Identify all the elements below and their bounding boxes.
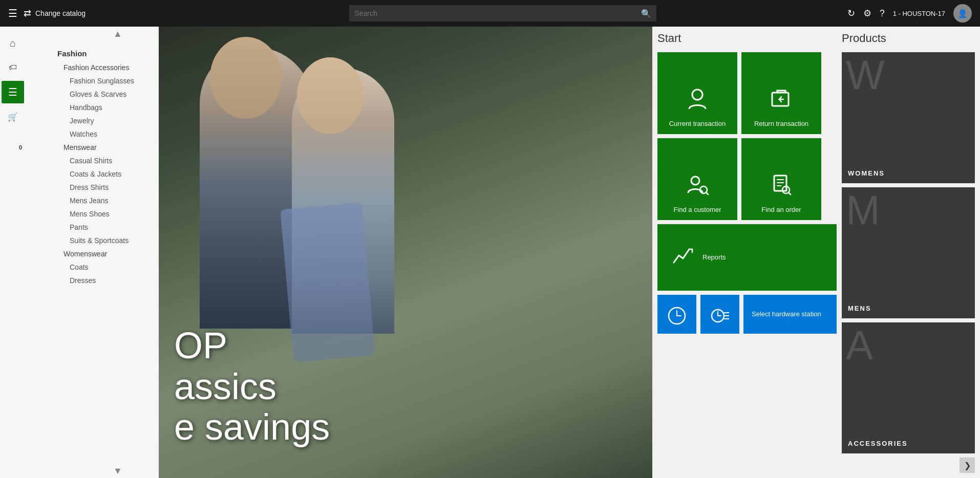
find-order-icon [769,172,794,202]
right-panel: Start Current transaction [652,27,980,478]
time-clock-icon [667,306,687,328]
reports-icon [670,243,694,272]
time-list-tile[interactable] [700,295,739,334]
promo-image-area: OP assics e savings [159,27,652,478]
change-catalog-icon: ⇄ [24,8,31,19]
sidebar-item-home[interactable]: ⌂ [2,32,24,54]
bottom-tiles-row: Select hardware station [657,295,837,334]
coats-item[interactable]: Coats [51,260,159,274]
search-input[interactable] [354,9,641,17]
promo-text-line3: e savings [174,407,330,447]
products-next-button[interactable]: ❯ [960,458,975,473]
customer-order-tiles-row: Find a customer [657,138,837,220]
time-list-icon [710,306,730,328]
womens-label: WOMENS [848,169,885,177]
find-order-label: Find an order [761,206,801,214]
scroll-down-button[interactable]: ▼ [51,464,159,478]
dress-shirts-item[interactable]: Dress Shirts [51,181,159,194]
search-box: 🔍 [349,5,656,21]
store-info: 1 - HOUSTON-17 [893,10,945,17]
sidebar: ⌂ 🏷 ☰ 🛒 0 ▲ Fashion Fashion Accessories … [0,27,159,478]
find-customer-label: Find a customer [673,206,721,214]
sidebar-icons: ⌂ 🏷 ☰ 🛒 0 [0,27,26,478]
promo-text-line2: assics [174,366,330,407]
top-bar: ☰ ⇄ Change catalog 🔍 ↻ ⚙ ? 1 - HOUSTON-1… [0,0,980,27]
current-transaction-tile[interactable]: Current transaction [657,52,737,134]
top-bar-left: ☰ ⇄ Change catalog [0,7,159,19]
search-icon: 🔍 [641,9,651,18]
mens-letter: M [846,190,880,231]
catalog-tree: Fashion Fashion Accessories Fashion Sung… [51,41,159,464]
accessories-letter: A [846,325,873,366]
current-transaction-label: Current transaction [669,120,726,128]
promo-text-line1: OP [174,325,330,366]
womens-product-tile[interactable]: W WOMENS [842,52,975,183]
return-transaction-icon [769,86,794,116]
svg-point-2 [691,177,699,185]
gloves-scarves-item[interactable]: Gloves & Scarves [51,88,159,101]
return-transaction-tile[interactable]: Return transaction [741,52,821,134]
select-hardware-label: Select hardware station [752,310,821,318]
mens-jeans-item[interactable]: Mens Jeans [51,194,159,207]
refresh-icon[interactable]: ↻ [847,8,855,19]
scroll-up-button[interactable]: ▲ [51,27,159,41]
mens-shoes-item[interactable]: Mens Shoes [51,207,159,221]
reports-tile[interactable]: Reports [657,224,837,291]
reports-label: Reports [702,253,726,262]
start-section-title: Start [657,32,837,45]
menswear-subcategory[interactable]: Menswear [51,141,159,154]
transaction-tiles-row: Current transaction Return transaction [657,52,837,134]
dresses-item[interactable]: Dresses [51,274,159,287]
avatar: 👤 [953,4,972,23]
search-container: 🔍 [159,5,847,21]
jewelry-item[interactable]: Jewelry [51,114,159,127]
select-hardware-tile[interactable]: Select hardware station [743,295,837,334]
mens-label: MENS [848,305,871,312]
hamburger-menu-icon[interactable]: ☰ [8,7,17,19]
accessories-label: ACCESSORIES [848,440,908,447]
change-catalog-button[interactable]: ⇄ Change catalog [24,8,86,19]
mens-product-tile[interactable]: M MENS [842,187,975,318]
products-section-title: Products [842,32,975,45]
badge-count: 0 [19,144,22,150]
reports-tiles-row: Reports [657,224,837,291]
svg-point-0 [692,90,702,100]
find-customer-tile[interactable]: Find a customer [657,138,737,220]
fashion-accessories-subcategory[interactable]: Fashion Accessories [51,61,159,74]
suits-sportcoats-item[interactable]: Suits & Sportcoats [51,234,159,247]
sidebar-item-transaction[interactable]: ☰ [2,81,24,103]
pants-item[interactable]: Pants [51,221,159,234]
womens-letter: W [846,55,885,96]
fashion-sunglasses-item[interactable]: Fashion Sunglasses [51,74,159,88]
products-nav-row: ❯ [842,458,975,473]
current-transaction-icon [685,86,710,116]
womenswear-subcategory[interactable]: Womenswear [51,247,159,260]
time-clock-tile[interactable] [657,295,696,334]
accessories-product-tile[interactable]: A ACCESSORIES [842,322,975,453]
sidebar-item-cart[interactable]: 🛒 [2,105,24,128]
find-customer-icon [685,172,710,202]
fashion-category[interactable]: Fashion [51,46,159,61]
watches-item[interactable]: Watches [51,127,159,141]
find-order-tile[interactable]: Find an order [741,138,821,220]
return-transaction-label: Return transaction [754,120,808,128]
coats-jackets-item[interactable]: Coats & Jackets [51,167,159,181]
casual-shirts-item[interactable]: Casual Shirts [51,154,159,167]
handbags-item[interactable]: Handbags [51,101,159,114]
sidebar-item-products[interactable]: 🏷 [2,56,24,79]
help-icon[interactable]: ? [880,8,885,19]
settings-icon[interactable]: ⚙ [863,8,871,19]
main-content: ⌂ 🏷 ☰ 🛒 0 ▲ Fashion Fashion Accessories … [0,27,980,478]
change-catalog-label: Change catalog [35,9,86,17]
sidebar-item-badge[interactable]: 0 [2,130,24,153]
top-bar-right: ↻ ⚙ ? 1 - HOUSTON-17 👤 [847,4,980,23]
